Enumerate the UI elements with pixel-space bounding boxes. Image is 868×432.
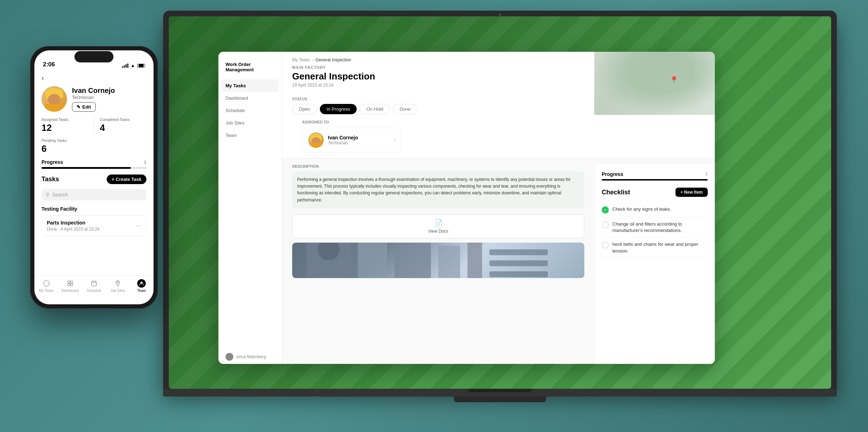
document-icon: 📄 [434, 219, 443, 227]
right-panel: Progress 1 Checklist [594, 164, 715, 364]
industrial-photo [292, 243, 584, 278]
sidebar-item-schedule[interactable]: Schedule [218, 104, 282, 117]
team-icon [137, 279, 146, 288]
avatar [41, 86, 67, 112]
progress-bar [41, 167, 146, 169]
phone-bottom-nav: My Tasks Dashboard [34, 275, 154, 304]
view-docs-button[interactable]: 📄 View Docs [292, 214, 584, 238]
status-open-button[interactable]: Open [292, 104, 317, 114]
svg-rect-12 [358, 243, 387, 278]
sidebar-item-dashboard[interactable]: Dashboard [218, 92, 282, 104]
svg-rect-19 [489, 260, 548, 266]
wifi-icon: ▲ [130, 63, 135, 68]
checkbox-checked[interactable]: ✓ [602, 206, 609, 214]
laptop-device: Work Order Management My Tasks Dashboard… [163, 11, 837, 402]
chevron-right-icon: › [394, 137, 396, 143]
phone-status-icons: ▲ [122, 63, 145, 68]
more-options-icon[interactable]: ··· [136, 222, 141, 229]
svg-rect-3 [68, 284, 70, 286]
progress-section-right: Progress 1 [602, 171, 708, 181]
facility-tag: MAIN FACTORY [292, 65, 579, 70]
dynamic-island [74, 51, 113, 62]
pending-tasks-section: Pending Tasks 6 [34, 133, 154, 154]
svg-rect-17 [467, 243, 482, 278]
svg-rect-2 [71, 281, 73, 283]
task-card-meta: Done · 4 April 2023 at 23:24 [47, 227, 100, 232]
svg-rect-1 [68, 281, 70, 283]
nav-dashboard[interactable]: Dashboard [58, 279, 82, 293]
assigned-tasks-stat: Assigned Tasks 12 [41, 117, 88, 133]
new-item-button[interactable]: + New Item [675, 188, 708, 197]
svg-rect-13 [394, 243, 431, 278]
tasks-icon [42, 279, 51, 288]
task-title: General Inspection [292, 71, 375, 82]
webcam [499, 13, 501, 16]
status-done-button[interactable]: Done [393, 104, 417, 114]
phone-device: 2:06 ▲ [30, 46, 158, 309]
checklist-item-1[interactable]: ✓ Check for any signs of leaks. [602, 203, 708, 217]
checkbox-unchecked[interactable] [602, 221, 609, 228]
progress-section: Progress 1 [34, 154, 154, 172]
phone-time: 2:06 [43, 61, 55, 68]
facility-label: Testing Facility [34, 203, 154, 214]
laptop-footer: Alma Malmberg [282, 350, 715, 364]
assignee-card[interactable]: Ivan Cornejo Technician › [302, 128, 401, 153]
search-icon: ⚲ [46, 192, 49, 198]
checklist-item-2[interactable]: Change oil and filters according to manu… [602, 217, 708, 238]
edit-profile-button[interactable]: ✎ Edit [72, 102, 96, 112]
svg-rect-16 [438, 246, 460, 278]
svg-rect-18 [489, 249, 548, 255]
create-task-button[interactable]: + Create Task [107, 175, 146, 184]
nav-job-sites[interactable]: Job Sites [106, 279, 130, 293]
checklist-header: Checklist + New Item [602, 188, 708, 197]
main-content: My Tasks › General Inspection MAIN FACTO… [282, 52, 715, 364]
battery-icon [137, 64, 145, 67]
svg-point-9 [117, 282, 118, 283]
svg-point-0 [44, 281, 49, 286]
job-sites-icon [113, 279, 122, 288]
map-pin-icon: 📍 [669, 76, 679, 85]
task-card-info: Parts Inspection Done · 4 April 2023 at … [47, 220, 100, 232]
phone-header: ‹ [34, 71, 154, 86]
search-bar[interactable]: ⚲ Search [41, 189, 146, 200]
sidebar: Work Order Management My Tasks Dashboard… [218, 52, 282, 364]
left-panel: DESCRIPTION Performing a general inspect… [282, 164, 594, 364]
status-label: Status [292, 97, 579, 101]
app-window: Work Order Management My Tasks Dashboard… [218, 52, 715, 364]
nav-my-tasks[interactable]: My Tasks [34, 279, 58, 293]
completed-tasks-stat: Completed Tasks 4 [100, 117, 147, 133]
checklist-item-3[interactable]: heck belts and chains for wear and prope… [602, 238, 708, 258]
nav-schedule[interactable]: Schedule [82, 279, 106, 293]
sidebar-item-team[interactable]: Team [218, 129, 282, 142]
signal-icon [122, 63, 128, 68]
sidebar-item-my-tasks[interactable]: My Tasks [221, 79, 279, 92]
status-in-progress-button[interactable]: In Progress [320, 104, 357, 114]
status-buttons: Open In Progress On Hold [292, 104, 579, 114]
checkbox-unchecked-2[interactable] [602, 242, 609, 249]
profile-role: Technician [72, 95, 146, 100]
pencil-icon: ✎ [77, 104, 80, 110]
svg-rect-4 [71, 284, 73, 286]
profile-info: Ivan Cornejo Technician ✎ Edit [72, 87, 146, 112]
svg-rect-20 [489, 271, 548, 277]
stats-section: Assigned Tasks 12 Completed Tasks 4 [34, 117, 154, 133]
description-section: DESCRIPTION Performing a general inspect… [292, 164, 584, 209]
tasks-header: Tasks + Create Task [34, 172, 154, 187]
task-date: 19 April 2023 at 23:24 [292, 83, 375, 88]
profile-section: Ivan Cornejo Technician ✎ Edit [34, 86, 154, 117]
profile-name: Ivan Cornejo [72, 87, 146, 95]
content-body: DESCRIPTION Performing a general inspect… [282, 159, 715, 364]
sidebar-item-job-sites[interactable]: Job Sites [218, 117, 282, 129]
description-text: Performing a general inspection involves… [292, 171, 584, 209]
assignee-avatar [308, 132, 324, 148]
task-card[interactable]: Parts Inspection Done · 4 April 2023 at … [41, 215, 146, 236]
nav-team[interactable]: Team [130, 279, 154, 293]
status-on-hold-button[interactable]: On Hold [360, 104, 390, 114]
back-arrow-icon[interactable]: ‹ [41, 74, 44, 82]
schedule-icon [90, 279, 98, 288]
svg-rect-5 [91, 281, 96, 286]
assigned-section: ASSIGNED TO [292, 114, 579, 153]
dashboard-icon [66, 279, 74, 288]
